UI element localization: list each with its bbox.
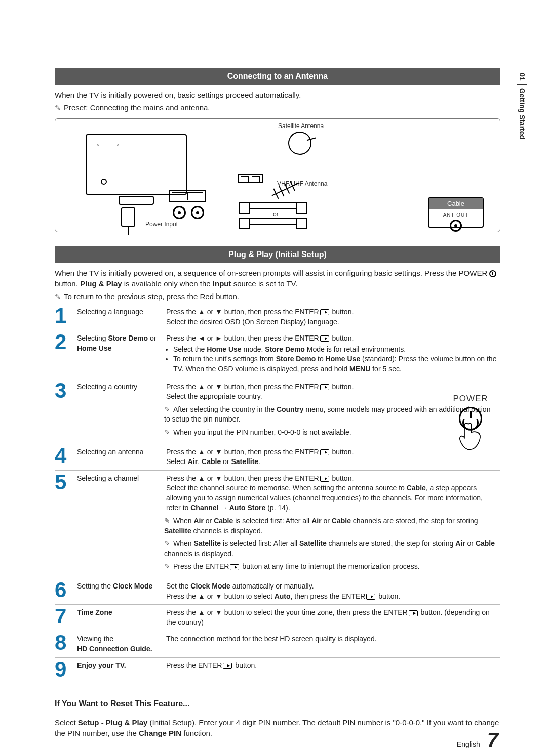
text: Plug & Play: [80, 279, 122, 288]
enter-icon: [320, 335, 329, 342]
cable-box-icon: Cable ANT OUT: [428, 197, 484, 228]
text: When the TV is initially powered on, a s…: [55, 269, 489, 277]
step-title: Selecting a channel: [77, 470, 164, 578]
antenna-section-title: Connecting to an Antenna: [55, 68, 500, 85]
step-note: Press the ENTER button at any time to in…: [164, 562, 497, 572]
enter-icon: [320, 449, 329, 455]
step-number: 8: [55, 631, 77, 657]
step-body: Press the ENTER button.: [164, 657, 500, 683]
enter-icon: [230, 564, 239, 570]
step-title: Enjoy your TV.: [77, 657, 164, 683]
cable-box-header: Cable: [429, 198, 483, 209]
power-input-label: Power Input: [145, 220, 178, 229]
enter-icon: [409, 610, 418, 616]
list-item: Select the Home Use mode. Store Demo Mod…: [173, 345, 497, 355]
power-symbol-icon: [489, 270, 496, 277]
step-title: Setting the Clock Mode: [77, 578, 164, 605]
step-note: When Air or Cable is selected first: Aft…: [164, 516, 497, 536]
tv-icon: [86, 134, 187, 195]
section-title-side: Getting Started: [517, 85, 527, 139]
step-title: Time Zone: [77, 605, 164, 631]
step-row: 8Viewing theHD Connection Guide.The conn…: [55, 631, 500, 657]
section-number: 01: [517, 71, 527, 85]
footer-language: English: [457, 740, 480, 750]
list-item: To return the unit's settings from Store…: [173, 354, 497, 374]
coax-port-icon: [173, 206, 186, 219]
ant-out-port-icon: [450, 220, 462, 232]
step-number: 6: [55, 578, 77, 605]
power-button-graphic: POWER: [443, 393, 498, 451]
antenna-intro: When the TV is initially powered on, bas…: [55, 90, 500, 100]
step-row: 1Selecting a languagePress the ▲ or ▼ bu…: [55, 304, 500, 330]
tv-power-led-icon: [101, 179, 107, 185]
enter-icon: [320, 476, 329, 482]
step-number: 5: [55, 470, 77, 578]
step-row: 6Setting the Clock ModeSet the Clock Mod…: [55, 578, 500, 605]
step-body: Press the ▲ or ▼ button, then press the …: [164, 304, 500, 330]
satellite-dish-icon: [286, 129, 314, 157]
step-title: Selecting a country: [77, 379, 164, 444]
antenna-diagram: Power Input Satellite Antenna VHF/UHF An…: [55, 118, 500, 232]
satellite-label: Satellite Antenna: [278, 122, 324, 131]
hand-icon: [457, 421, 484, 451]
step-row: 2Selecting Store Demo or Home UsePress t…: [55, 330, 500, 379]
tv-stand-icon: [119, 196, 154, 205]
plugplay-intro: When the TV is initially powered on, a s…: [55, 268, 500, 289]
coax-connector-icon: [243, 202, 303, 209]
text: is available only when the: [124, 279, 213, 288]
antenna-preset-note: Preset: Connecting the mains and antenna…: [55, 102, 500, 113]
enter-icon: [366, 594, 375, 600]
step-body: Press the ◄ or ► button, then press the …: [164, 330, 500, 379]
text: To return to the previous step, press th…: [64, 292, 239, 301]
splitter-icon: [238, 174, 263, 183]
step-body: Press the ▲ or ▼ button, then press the …: [164, 470, 500, 578]
coax-connector-icon: [243, 218, 303, 225]
step-number: 9: [55, 657, 77, 683]
ant-in-block-icon: [169, 190, 206, 202]
page-footer: English 7: [457, 730, 498, 750]
step-title: Viewing theHD Connection Guide.: [77, 631, 164, 657]
step-note: When Satellite is selected first: After …: [164, 539, 497, 559]
step-row: 7Time ZonePress the ▲ or ▼ button to sel…: [55, 605, 500, 631]
vhf-uhf-antenna-icon: [271, 182, 299, 196]
footer-page-number: 7: [487, 730, 498, 750]
step-number: 7: [55, 605, 77, 631]
text: button.: [55, 279, 80, 288]
step-title: Selecting an antenna: [77, 444, 164, 470]
step-number: 3: [55, 379, 77, 444]
enter-icon: [223, 663, 232, 669]
step-row: 3Selecting a countryPress the ▲ or ▼ but…: [55, 379, 500, 444]
step-body: The connection method for the best HD sc…: [164, 631, 500, 657]
step-body: Set the Clock Mode automatically or manu…: [164, 578, 500, 605]
enter-icon: [320, 309, 329, 315]
coax-port-icon: [191, 206, 204, 219]
antenna-preset-note-text: Preset: Connecting the mains and antenna…: [64, 103, 210, 112]
step-number: 2: [55, 330, 77, 379]
step-title: Selecting Store Demo or Home Use: [77, 330, 164, 379]
power-label: POWER: [443, 393, 498, 405]
step-title: Selecting a language: [77, 304, 164, 330]
step-body: Press the ▲ or ▼ button to select the yo…: [164, 605, 500, 631]
step-number: 4: [55, 444, 77, 470]
reset-heading: If You Want to Reset This Feature...: [55, 698, 500, 709]
section-tab: 01 Getting Started: [517, 71, 535, 139]
text: source is set to TV.: [233, 279, 298, 288]
enter-icon: [320, 384, 329, 390]
step-row: 4Selecting an antennaPress the ▲ or ▼ bu…: [55, 444, 500, 470]
step-number: 1: [55, 304, 77, 330]
ant-out-label: ANT OUT: [429, 212, 483, 219]
setup-steps-table: 1Selecting a languagePress the ▲ or ▼ bu…: [55, 304, 500, 683]
reset-text: Select Setup - Plug & Play (Initial Setu…: [55, 717, 500, 738]
plugplay-section-title: Plug & Play (Initial Setup): [55, 246, 500, 263]
step-row: 5Selecting a channelPress the ▲ or ▼ but…: [55, 470, 500, 578]
text: Input: [213, 279, 231, 288]
power-plug-icon: [121, 207, 135, 227]
step-row: 9Enjoy your TV.Press the ENTER button.: [55, 657, 500, 683]
plugplay-return-note: To return to the previous step, press th…: [55, 291, 500, 302]
